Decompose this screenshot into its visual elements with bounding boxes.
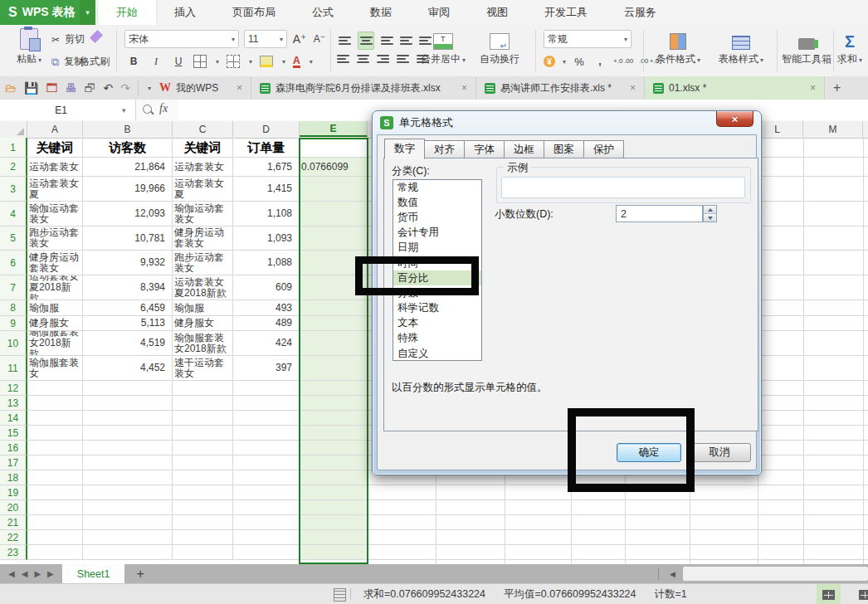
cell-C13[interactable]: [173, 396, 233, 411]
cell-D14[interactable]: [233, 411, 300, 426]
cell-C7[interactable]: 运动套装女夏2018新款: [173, 275, 233, 300]
paste-button[interactable]: 粘贴▾: [5, 28, 53, 66]
cell-B7[interactable]: 8,394: [83, 275, 173, 300]
format-painter-button[interactable]: 格式刷: [80, 55, 110, 69]
name-box[interactable]: E1 ▾: [0, 100, 136, 120]
cell-D9[interactable]: 489: [233, 316, 300, 331]
category-item-货币[interactable]: 货币: [393, 210, 481, 225]
fx-icon[interactable]: fx: [159, 102, 168, 115]
cell-D11[interactable]: 397: [233, 356, 300, 381]
category-item-自定义[interactable]: 自定义: [393, 346, 481, 361]
cell-E12[interactable]: [300, 381, 368, 396]
category-item-常规[interactable]: 常规: [393, 180, 481, 195]
cell-D5[interactable]: 1,093: [233, 226, 300, 251]
cell-B10[interactable]: 4,519: [83, 331, 173, 356]
cell-C16[interactable]: [173, 441, 233, 455]
sheet-tab-sheet1[interactable]: Sheet1: [62, 564, 125, 583]
prev-sheet-icon[interactable]: ◀: [22, 569, 28, 578]
row-header-11[interactable]: 11: [0, 356, 27, 381]
column-header-A[interactable]: A: [27, 121, 83, 137]
cell-A9[interactable]: 健身服女: [27, 316, 83, 331]
cell-D22[interactable]: [233, 530, 300, 545]
cell-D2[interactable]: 1,675: [233, 158, 300, 177]
magnifier-icon[interactable]: [143, 105, 152, 114]
horizontal-scrollbar[interactable]: ◀: [683, 567, 868, 581]
row-header-20[interactable]: 20: [0, 500, 27, 515]
app-logo[interactable]: S WPS 表格: [0, 0, 81, 25]
cell-B16[interactable]: [83, 441, 173, 455]
cell-E14[interactable]: [300, 411, 368, 426]
underline-button[interactable]: U: [171, 53, 186, 70]
category-item-科学记数[interactable]: 科学记数: [393, 301, 481, 316]
cell-E11[interactable]: [300, 356, 368, 381]
row-header-22[interactable]: 22: [0, 530, 27, 545]
category-item-会计专用[interactable]: 会计专用: [393, 226, 481, 241]
cell-B21[interactable]: [83, 515, 173, 530]
doc-tab-3[interactable]: 易淘讲师工作安排表.xls *×: [476, 76, 645, 100]
cell-B18[interactable]: [83, 470, 173, 485]
cell-E8[interactable]: [300, 300, 368, 316]
cell-D16[interactable]: [233, 441, 300, 455]
cell-E6[interactable]: [300, 251, 368, 275]
cell-A15[interactable]: [27, 426, 83, 441]
menu-tab-页面布局[interactable]: 页面布局: [214, 0, 294, 25]
doc-tab-1[interactable]: W我的WPS×: [151, 76, 251, 100]
format-painter-icon[interactable]: [90, 30, 103, 43]
last-sheet-icon[interactable]: ▶: [47, 569, 54, 578]
cell-A10[interactable]: 瑜伽服套装女2018新款: [27, 331, 83, 356]
cell-D19[interactable]: [233, 485, 300, 500]
cell-B17[interactable]: [83, 455, 173, 470]
merge-center-button[interactable]: T 合并居中▾: [417, 28, 470, 66]
cell-A6[interactable]: 健身房运动套装女: [27, 251, 83, 275]
save-icon[interactable]: 💾: [24, 81, 38, 95]
cell-C12[interactable]: [173, 381, 233, 396]
dialog-tab-对齐[interactable]: 对齐: [425, 140, 465, 159]
page-layout-view-button[interactable]: [853, 584, 868, 604]
cell-C14[interactable]: [173, 411, 233, 426]
font-color-icon[interactable]: A: [293, 56, 300, 68]
cell-D23[interactable]: [233, 545, 300, 560]
close-tab-icon[interactable]: ×: [461, 82, 467, 94]
decrease-font-button[interactable]: A⁻: [312, 31, 327, 47]
print-icon[interactable]: 🖶: [65, 81, 76, 95]
row-header-21[interactable]: 21: [0, 515, 27, 530]
sum-button[interactable]: Σ 求和▾: [831, 28, 868, 66]
cell-B4[interactable]: 12,093: [83, 202, 173, 226]
cell-D15[interactable]: [233, 426, 300, 441]
increase-font-button[interactable]: A⁺: [292, 31, 307, 47]
dialog-tab-图案[interactable]: 图案: [544, 140, 584, 159]
cell-B13[interactable]: [83, 396, 173, 411]
cell-D18[interactable]: [233, 470, 300, 485]
cancel-button[interactable]: 取消: [688, 443, 751, 462]
menu-tab-开始[interactable]: 开始: [98, 0, 156, 25]
align-bottom-icon[interactable]: [381, 37, 393, 45]
cell-C4[interactable]: 瑜伽运动套装女: [173, 202, 233, 226]
export-pdf-icon[interactable]: 🗔: [46, 81, 57, 95]
row-header-19[interactable]: 19: [0, 485, 27, 500]
doc-tab-2[interactable]: 森湃电商学院6月份排课及排班表.xlsx×: [251, 76, 476, 100]
smart-toolbox-button[interactable]: 智能工具箱: [780, 28, 833, 66]
cell-C23[interactable]: [173, 545, 233, 560]
cell-D10[interactable]: 424: [233, 331, 300, 356]
cell-B12[interactable]: [83, 381, 173, 396]
draw-border-icon[interactable]: [227, 55, 240, 68]
category-item-百分比[interactable]: 百分比: [393, 270, 481, 285]
cell-B5[interactable]: 10,781: [83, 226, 173, 251]
row-header-12[interactable]: 12: [0, 381, 27, 396]
first-sheet-icon[interactable]: ◀: [8, 569, 15, 578]
font-name-select[interactable]: 宋体▾: [124, 30, 239, 48]
align-top-icon[interactable]: [339, 37, 351, 45]
scroll-left-icon[interactable]: ◀: [670, 570, 675, 578]
cell-E18[interactable]: [300, 470, 368, 485]
cell-A5[interactable]: 跑步运动套装女: [27, 226, 83, 251]
category-item-日期[interactable]: 日期: [393, 241, 481, 256]
category-item-分数[interactable]: 分数: [393, 285, 481, 300]
cell-D20[interactable]: [233, 500, 300, 515]
menu-tab-公式[interactable]: 公式: [294, 0, 352, 25]
align-left-icon[interactable]: [337, 55, 349, 63]
row-header-8[interactable]: 8: [0, 300, 27, 316]
comma-style-icon[interactable]: ,: [592, 53, 607, 70]
row-header-1[interactable]: 1: [0, 138, 27, 158]
cell-E13[interactable]: [300, 396, 368, 411]
row-header-16[interactable]: 16: [0, 441, 27, 455]
